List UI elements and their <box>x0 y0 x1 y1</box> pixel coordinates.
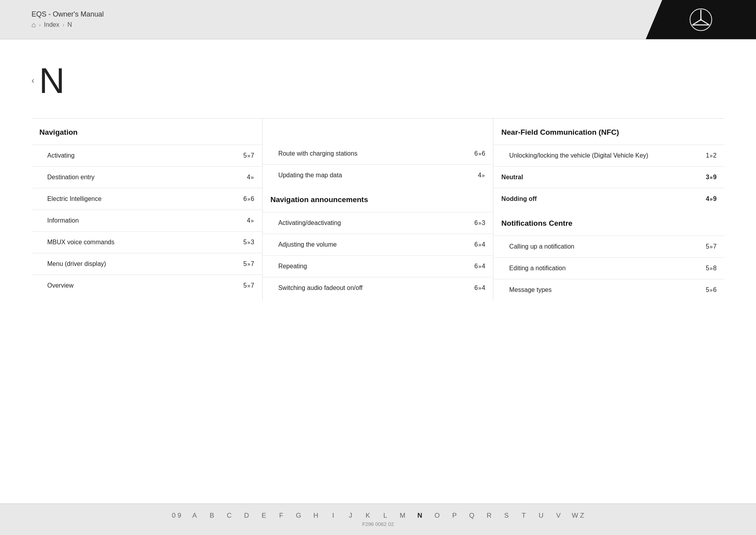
list-item[interactable]: Menu (driver display) 5»7 <box>32 253 262 275</box>
list-item[interactable]: Electric Intelligence 6»6 <box>32 188 262 210</box>
list-item[interactable]: Repeating 6»4 <box>263 255 493 277</box>
entry-label: Destination entry <box>47 174 247 181</box>
entry-page: 6»4 <box>474 284 485 292</box>
list-item[interactable]: Switching audio fadeout on/off 6»4 <box>263 277 493 299</box>
entry-label: Unlocking/locking the vehicle (Digital V… <box>509 152 706 159</box>
entry-label: Nodding off <box>501 195 706 202</box>
manual-title: EQS - Owner's Manual <box>32 10 104 19</box>
entry-label: Activating <box>47 152 243 159</box>
mercedes-star-icon <box>689 8 713 32</box>
nav-announcements-column: Route with charging stations 6»6 Updatin… <box>263 119 494 301</box>
alpha-b[interactable]: B <box>208 512 216 520</box>
alpha-i[interactable]: I <box>329 512 337 520</box>
alpha-q[interactable]: Q <box>468 512 476 520</box>
page-header: EQS - Owner's Manual ⌂ › Index › N <box>0 0 756 39</box>
alpha-t[interactable]: T <box>520 512 528 520</box>
nfc-column: Near-Field Communication (NFC) Unlocking… <box>493 119 724 301</box>
mercedes-logo <box>646 0 756 39</box>
alpha-r[interactable]: R <box>485 512 493 520</box>
list-item[interactable]: Information 4» <box>32 210 262 231</box>
entry-label: MBUX voice commands <box>47 239 243 246</box>
alpha-o[interactable]: O <box>433 512 441 520</box>
list-item[interactable]: Overview 5»7 <box>32 275 262 296</box>
entry-page: 4»9 <box>706 195 717 202</box>
breadcrumb-sep-1: › <box>39 22 41 28</box>
entry-label: Information <box>47 217 247 224</box>
list-item[interactable]: Updating the map data 4» <box>263 164 493 186</box>
list-item[interactable]: Route with charging stations 6»6 <box>263 119 493 164</box>
alpha-n[interactable]: N <box>416 512 424 520</box>
entry-label: Overview <box>47 282 243 289</box>
list-item[interactable]: Editing a notification 5»8 <box>493 257 724 279</box>
notifications-section-header: Notifications Centre <box>493 210 724 236</box>
alphabet-nav: 0 9 A B C D E F G H I J K L M N O P Q R … <box>172 512 584 520</box>
entry-page: 6»6 <box>474 150 485 157</box>
entry-page: 5»8 <box>706 265 717 272</box>
header-left: EQS - Owner's Manual ⌂ › Index › N <box>32 10 104 29</box>
nodding-section-entry[interactable]: Nodding off 4»9 <box>493 188 724 210</box>
alpha-d[interactable]: D <box>243 512 250 520</box>
footer-code: F296 0062 02 <box>362 521 394 527</box>
entry-page: 6»4 <box>474 241 485 248</box>
neutral-section-entry[interactable]: Neutral 3»9 <box>493 166 724 188</box>
alpha-g[interactable]: G <box>295 512 302 520</box>
alpha-f[interactable]: F <box>277 512 285 520</box>
entry-page: 5»7 <box>243 152 254 159</box>
alpha-c[interactable]: C <box>225 512 233 520</box>
entry-page: 5»7 <box>243 260 254 268</box>
list-item[interactable]: Activating/deactivating 6»3 <box>263 212 493 234</box>
entry-label: Menu (driver display) <box>47 260 243 268</box>
alpha-u[interactable]: U <box>537 512 545 520</box>
entry-label: Switching audio fadeout on/off <box>278 284 474 292</box>
nfc-section-header: Near-Field Communication (NFC) <box>493 119 724 145</box>
breadcrumb-index[interactable]: Index <box>44 21 59 28</box>
prev-letter-arrow[interactable]: ‹ <box>32 76 34 86</box>
list-item[interactable]: Adjusting the volume 6»4 <box>263 234 493 255</box>
alpha-k[interactable]: K <box>364 512 372 520</box>
entry-page: 6»6 <box>243 195 254 202</box>
entry-label: Neutral <box>501 174 706 181</box>
list-item[interactable]: Message types 5»6 <box>493 279 724 301</box>
entry-label: Message types <box>509 286 706 294</box>
entry-label: Electric Intelligence <box>47 195 243 202</box>
entry-page: 6»4 <box>474 263 485 270</box>
alpha-m[interactable]: M <box>398 512 406 520</box>
alpha-j[interactable]: J <box>346 512 354 520</box>
alpha-v[interactable]: V <box>554 512 562 520</box>
entry-page: 4» <box>247 174 254 181</box>
entry-page: 5»7 <box>706 243 717 250</box>
breadcrumb: ⌂ › Index › N <box>32 21 104 29</box>
entry-label: Adjusting the volume <box>278 241 474 248</box>
list-item[interactable]: Activating 5»7 <box>32 145 262 166</box>
list-item[interactable]: Unlocking/locking the vehicle (Digital V… <box>493 145 724 166</box>
index-grid: Navigation Activating 5»7 Destination en… <box>32 118 724 301</box>
alpha-09[interactable]: 0 9 <box>172 512 182 520</box>
entry-label: Updating the map data <box>278 172 478 179</box>
alpha-s[interactable]: S <box>502 512 510 520</box>
entry-label: Activating/deactivating <box>278 219 474 227</box>
nav-announcements-header: Navigation announcements <box>263 186 493 212</box>
entry-page: 5»6 <box>706 286 717 294</box>
alpha-h[interactable]: H <box>312 512 320 520</box>
entry-page: 4» <box>478 172 485 179</box>
alpha-a[interactable]: A <box>191 512 198 520</box>
breadcrumb-current: N <box>67 21 72 28</box>
alpha-wz[interactable]: W Z <box>572 512 584 520</box>
entry-label: Calling up a notification <box>509 243 706 250</box>
entry-page: 6»3 <box>474 219 485 227</box>
home-icon[interactable]: ⌂ <box>32 21 36 29</box>
entry-page: 5»7 <box>243 282 254 289</box>
list-item[interactable]: Destination entry 4» <box>32 166 262 188</box>
page-footer: 0 9 A B C D E F G H I J K L M N O P Q R … <box>0 503 756 535</box>
list-item[interactable]: MBUX voice commands 5»3 <box>32 231 262 253</box>
list-item[interactable]: Calling up a notification 5»7 <box>493 236 724 257</box>
navigation-column: Navigation Activating 5»7 Destination en… <box>32 119 263 301</box>
alpha-e[interactable]: E <box>260 512 268 520</box>
entry-label: Route with charging stations <box>278 150 474 157</box>
alpha-p[interactable]: P <box>450 512 458 520</box>
breadcrumb-sep-2: › <box>63 22 65 28</box>
page-letter-row: ‹ N <box>32 63 724 98</box>
nav-section-header: Navigation <box>32 119 262 145</box>
svg-point-1 <box>700 19 702 20</box>
alpha-l[interactable]: L <box>381 512 389 520</box>
